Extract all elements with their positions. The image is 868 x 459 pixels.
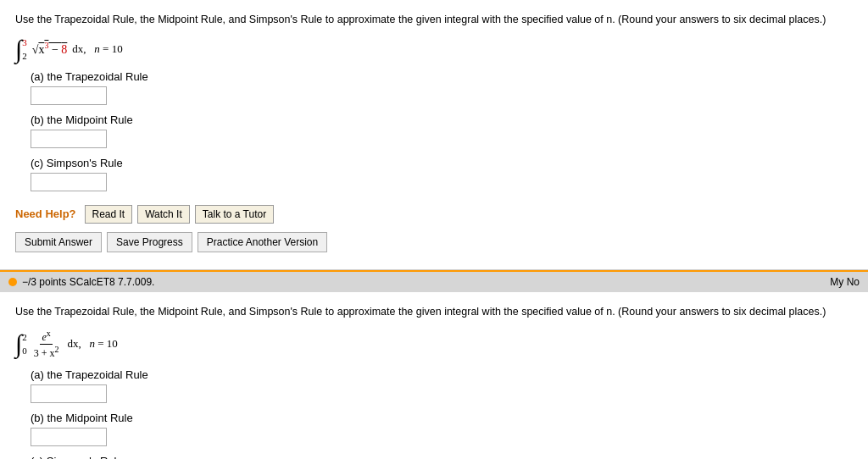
integral-symbol-2: ∫ — [15, 331, 22, 357]
practice-another-button-1[interactable]: Practice Another Version — [198, 232, 327, 252]
read-it-button-1[interactable]: Read It — [85, 205, 133, 224]
integrand-fraction-2: ex 3 + x2 — [32, 329, 61, 360]
part-b-1: (b) the Midpoint Rule — [15, 113, 853, 148]
save-progress-button-1[interactable]: Save Progress — [107, 232, 192, 252]
dx-n-2: dx, n = 10 — [68, 337, 118, 351]
action-row-1: Submit Answer Save Progress Practice Ano… — [15, 232, 853, 261]
part-a-2: (a) the Trapezoidal Rule — [15, 368, 853, 403]
part-c-input-1[interactable] — [31, 173, 107, 191]
my-notes-2: My No — [830, 276, 860, 288]
watch-it-button-1[interactable]: Watch It — [137, 205, 190, 224]
part-a-input-1[interactable] — [31, 86, 107, 105]
integral-lower-2: 0 — [22, 346, 27, 356]
section-header-left-2: −/3 points SCalcET8 7.7.009. — [8, 276, 154, 288]
dx-n-1: dx, n = 10 — [72, 42, 122, 56]
integral-symbol-1: ∫ — [15, 36, 22, 62]
fraction-denominator-2: 3 + x2 — [32, 345, 61, 360]
orange-dot-2 — [8, 278, 17, 286]
part-b-label-2: (b) the Midpoint Rule — [31, 412, 853, 424]
part-c-label-1: (c) Simpson's Rule — [31, 157, 853, 169]
part-b-label-1: (b) the Midpoint Rule — [31, 113, 853, 126]
talk-to-tutor-button-1[interactable]: Talk to a Tutor — [195, 205, 274, 224]
part-b-2: (b) the Midpoint Rule — [15, 412, 853, 446]
integral-limits-2: 2 0 — [22, 332, 27, 356]
problem-1-instruction: Use the Trapezoidal Rule, the Midpoint R… — [15, 12, 853, 28]
need-help-row-1: Need Help? Read It Watch It Talk to a Tu… — [15, 205, 853, 224]
part-a-1: (a) the Trapezoidal Rule — [15, 70, 853, 105]
part-a-label-2: (a) the Trapezoidal Rule — [31, 368, 853, 381]
part-b-input-1[interactable] — [31, 130, 107, 148]
need-help-label-1: Need Help? — [15, 207, 76, 220]
part-a-input-2[interactable] — [31, 384, 107, 403]
section-header-2: −/3 points SCalcET8 7.7.009. My No — [0, 270, 868, 292]
points-info-2: −/3 points SCalcET8 7.7.009. — [22, 276, 154, 288]
problem-2-section: Use the Trapezoidal Rule, the Midpoint R… — [0, 292, 868, 459]
problem-2-instruction: Use the Trapezoidal Rule, the Midpoint R… — [15, 304, 853, 320]
part-c-1: (c) Simpson's Rule — [15, 157, 853, 191]
part-c-2: (c) Simpson's Rule — [15, 455, 853, 460]
part-b-input-2[interactable] — [31, 428, 107, 446]
part-a-label-1: (a) the Trapezoidal Rule — [31, 70, 853, 83]
part-c-label-2: (c) Simpson's Rule — [31, 455, 853, 460]
problem-2-integral: ∫ 2 0 ex 3 + x2 dx, n = 10 — [15, 329, 853, 360]
submit-answer-button-1[interactable]: Submit Answer — [15, 232, 102, 252]
integral-lower-1: 2 — [22, 51, 27, 61]
problem-1-integral: ∫ 3 2 √x3 − 8 dx, n = 10 — [15, 36, 853, 62]
integral-upper-2: 2 — [22, 332, 27, 342]
fraction-numerator-2: ex — [40, 329, 52, 345]
integral-upper-1: 3 — [22, 37, 27, 47]
problem-1-section: Use the Trapezoidal Rule, the Midpoint R… — [0, 0, 868, 270]
integral-limits-1: 3 2 — [22, 37, 27, 61]
integrand-1: √x3 − 8 — [32, 41, 68, 57]
